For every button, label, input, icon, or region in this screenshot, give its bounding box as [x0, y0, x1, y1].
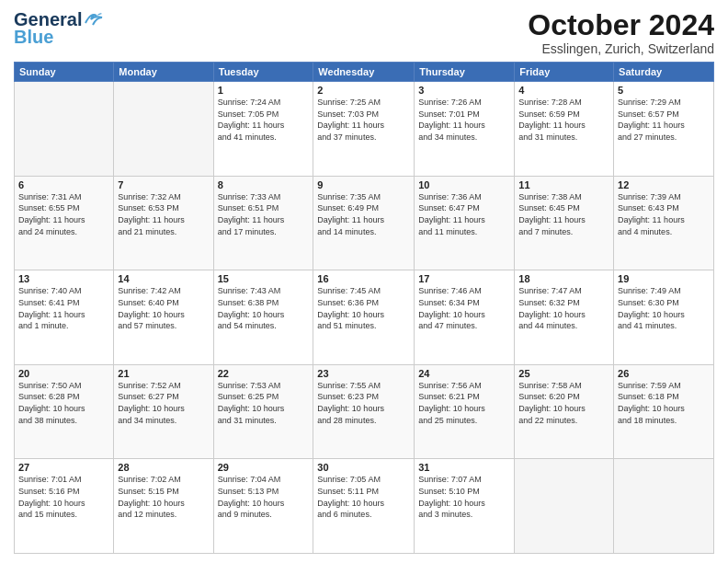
day-info-2-4: Sunrise: 7:46 AM Sunset: 6:34 PM Dayligh… — [418, 285, 510, 331]
cell-3-2: 22Sunrise: 7:53 AM Sunset: 6:25 PM Dayli… — [213, 364, 313, 459]
day-num-4-3: 30 — [317, 462, 410, 473]
cell-1-5: 11Sunrise: 7:38 AM Sunset: 6:45 PM Dayli… — [515, 176, 614, 270]
cell-0-3: 2Sunrise: 7:25 AM Sunset: 7:03 PM Daylig… — [313, 82, 415, 177]
day-info-2-3: Sunrise: 7:45 AM Sunset: 6:36 PM Dayligh… — [317, 285, 410, 331]
cell-3-4: 24Sunrise: 7:56 AM Sunset: 6:21 PM Dayli… — [415, 364, 515, 459]
day-num-1-3: 9 — [317, 179, 410, 190]
day-info-3-3: Sunrise: 7:55 AM Sunset: 6:23 PM Dayligh… — [317, 380, 410, 426]
cell-1-0: 6Sunrise: 7:31 AM Sunset: 6:55 PM Daylig… — [15, 176, 114, 270]
cell-1-1: 7Sunrise: 7:32 AM Sunset: 6:53 PM Daylig… — [114, 176, 213, 270]
day-num-2-5: 18 — [518, 273, 609, 284]
th-saturday: Saturday — [614, 63, 714, 82]
day-num-3-2: 22 — [218, 368, 310, 379]
day-num-4-0: 27 — [18, 462, 109, 473]
day-info-1-3: Sunrise: 7:35 AM Sunset: 6:49 PM Dayligh… — [317, 191, 410, 237]
calendar-table: Sunday Monday Tuesday Wednesday Thursday… — [14, 62, 714, 554]
cell-0-4: 3Sunrise: 7:26 AM Sunset: 7:01 PM Daylig… — [415, 82, 515, 177]
day-num-4-1: 28 — [118, 462, 209, 473]
day-num-2-3: 16 — [317, 273, 410, 284]
cell-2-2: 15Sunrise: 7:43 AM Sunset: 6:38 PM Dayli… — [213, 270, 313, 365]
th-sunday: Sunday — [15, 63, 114, 82]
day-info-4-2: Sunrise: 7:04 AM Sunset: 5:13 PM Dayligh… — [218, 474, 310, 520]
day-info-4-3: Sunrise: 7:05 AM Sunset: 5:11 PM Dayligh… — [317, 474, 410, 520]
cell-2-6: 19Sunrise: 7:49 AM Sunset: 6:30 PM Dayli… — [614, 270, 714, 365]
cell-2-4: 17Sunrise: 7:46 AM Sunset: 6:34 PM Dayli… — [415, 270, 515, 365]
th-monday: Monday — [114, 63, 213, 82]
cell-1-6: 12Sunrise: 7:39 AM Sunset: 6:43 PM Dayli… — [614, 176, 714, 270]
header-row: Sunday Monday Tuesday Wednesday Thursday… — [15, 63, 714, 82]
cell-4-0: 27Sunrise: 7:01 AM Sunset: 5:16 PM Dayli… — [15, 459, 114, 554]
day-info-1-6: Sunrise: 7:39 AM Sunset: 6:43 PM Dayligh… — [618, 191, 710, 237]
cell-3-1: 21Sunrise: 7:52 AM Sunset: 6:27 PM Dayli… — [114, 364, 213, 459]
day-info-2-0: Sunrise: 7:40 AM Sunset: 6:41 PM Dayligh… — [18, 285, 109, 331]
day-info-3-2: Sunrise: 7:53 AM Sunset: 6:25 PM Dayligh… — [218, 380, 310, 426]
day-info-1-2: Sunrise: 7:33 AM Sunset: 6:51 PM Dayligh… — [218, 191, 310, 237]
day-num-0-3: 2 — [317, 85, 410, 96]
day-num-2-2: 15 — [218, 273, 310, 284]
week-row-2: 13Sunrise: 7:40 AM Sunset: 6:41 PM Dayli… — [15, 270, 714, 365]
day-num-1-5: 11 — [518, 179, 609, 190]
day-info-3-0: Sunrise: 7:50 AM Sunset: 6:28 PM Dayligh… — [18, 380, 109, 426]
day-info-3-6: Sunrise: 7:59 AM Sunset: 6:18 PM Dayligh… — [618, 380, 710, 426]
day-info-4-1: Sunrise: 7:02 AM Sunset: 5:15 PM Dayligh… — [118, 474, 209, 520]
day-info-2-6: Sunrise: 7:49 AM Sunset: 6:30 PM Dayligh… — [618, 285, 710, 331]
cell-4-5 — [515, 459, 614, 554]
day-num-3-5: 25 — [518, 368, 609, 379]
day-num-3-4: 24 — [418, 368, 510, 379]
cell-2-5: 18Sunrise: 7:47 AM Sunset: 6:32 PM Dayli… — [515, 270, 614, 365]
week-row-0: 1Sunrise: 7:24 AM Sunset: 7:05 PM Daylig… — [15, 82, 714, 177]
day-num-0-6: 5 — [618, 85, 710, 96]
logo: General Blue — [14, 9, 104, 48]
cell-0-2: 1Sunrise: 7:24 AM Sunset: 7:05 PM Daylig… — [213, 82, 313, 177]
cell-3-3: 23Sunrise: 7:55 AM Sunset: 6:23 PM Dayli… — [313, 364, 415, 459]
cell-0-5: 4Sunrise: 7:28 AM Sunset: 6:59 PM Daylig… — [515, 82, 614, 177]
week-row-1: 6Sunrise: 7:31 AM Sunset: 6:55 PM Daylig… — [15, 176, 714, 270]
day-info-2-2: Sunrise: 7:43 AM Sunset: 6:38 PM Dayligh… — [218, 285, 310, 331]
day-num-4-4: 31 — [418, 462, 510, 473]
cell-4-1: 28Sunrise: 7:02 AM Sunset: 5:15 PM Dayli… — [114, 459, 213, 554]
day-info-4-0: Sunrise: 7:01 AM Sunset: 5:16 PM Dayligh… — [18, 474, 109, 520]
th-tuesday: Tuesday — [213, 63, 313, 82]
cell-4-2: 29Sunrise: 7:04 AM Sunset: 5:13 PM Dayli… — [213, 459, 313, 554]
day-num-0-4: 3 — [418, 85, 510, 96]
day-num-1-4: 10 — [418, 179, 510, 190]
logo-blue: Blue — [14, 27, 53, 48]
day-num-4-2: 29 — [218, 462, 310, 473]
day-info-4-4: Sunrise: 7:07 AM Sunset: 5:10 PM Dayligh… — [418, 474, 510, 520]
cell-4-3: 30Sunrise: 7:05 AM Sunset: 5:11 PM Dayli… — [313, 459, 415, 554]
day-num-1-2: 8 — [218, 179, 310, 190]
day-num-1-1: 7 — [118, 179, 209, 190]
week-row-4: 27Sunrise: 7:01 AM Sunset: 5:16 PM Dayli… — [15, 459, 714, 554]
cell-4-4: 31Sunrise: 7:07 AM Sunset: 5:10 PM Dayli… — [415, 459, 515, 554]
month-title: October 2024 — [528, 9, 714, 41]
day-info-1-5: Sunrise: 7:38 AM Sunset: 6:45 PM Dayligh… — [518, 191, 609, 237]
day-num-1-0: 6 — [18, 179, 109, 190]
day-num-3-1: 21 — [118, 368, 209, 379]
title-block: October 2024 Esslingen, Zurich, Switzerl… — [528, 9, 714, 56]
day-info-0-4: Sunrise: 7:26 AM Sunset: 7:01 PM Dayligh… — [418, 97, 510, 143]
header: General Blue October 2024 Esslingen, Zur… — [14, 9, 714, 56]
page: General Blue October 2024 Esslingen, Zur… — [0, 0, 728, 563]
location: Esslingen, Zurich, Switzerland — [528, 41, 714, 56]
day-info-3-4: Sunrise: 7:56 AM Sunset: 6:21 PM Dayligh… — [418, 380, 510, 426]
th-wednesday: Wednesday — [313, 63, 415, 82]
day-num-2-6: 19 — [618, 273, 710, 284]
cell-2-1: 14Sunrise: 7:42 AM Sunset: 6:40 PM Dayli… — [114, 270, 213, 365]
logo-bird-icon — [84, 10, 104, 27]
day-info-1-0: Sunrise: 7:31 AM Sunset: 6:55 PM Dayligh… — [18, 191, 109, 237]
cell-3-6: 26Sunrise: 7:59 AM Sunset: 6:18 PM Dayli… — [614, 364, 714, 459]
day-num-0-5: 4 — [518, 85, 609, 96]
cell-0-6: 5Sunrise: 7:29 AM Sunset: 6:57 PM Daylig… — [614, 82, 714, 177]
day-info-2-1: Sunrise: 7:42 AM Sunset: 6:40 PM Dayligh… — [118, 285, 209, 331]
day-num-2-4: 17 — [418, 273, 510, 284]
day-info-2-5: Sunrise: 7:47 AM Sunset: 6:32 PM Dayligh… — [518, 285, 609, 331]
day-num-3-0: 20 — [18, 368, 109, 379]
day-info-3-1: Sunrise: 7:52 AM Sunset: 6:27 PM Dayligh… — [118, 380, 209, 426]
day-info-0-6: Sunrise: 7:29 AM Sunset: 6:57 PM Dayligh… — [618, 97, 710, 143]
cell-3-5: 25Sunrise: 7:58 AM Sunset: 6:20 PM Dayli… — [515, 364, 614, 459]
cell-1-2: 8Sunrise: 7:33 AM Sunset: 6:51 PM Daylig… — [213, 176, 313, 270]
day-num-2-1: 14 — [118, 273, 209, 284]
day-info-1-4: Sunrise: 7:36 AM Sunset: 6:47 PM Dayligh… — [418, 191, 510, 237]
week-row-3: 20Sunrise: 7:50 AM Sunset: 6:28 PM Dayli… — [15, 364, 714, 459]
day-info-0-2: Sunrise: 7:24 AM Sunset: 7:05 PM Dayligh… — [218, 97, 310, 143]
